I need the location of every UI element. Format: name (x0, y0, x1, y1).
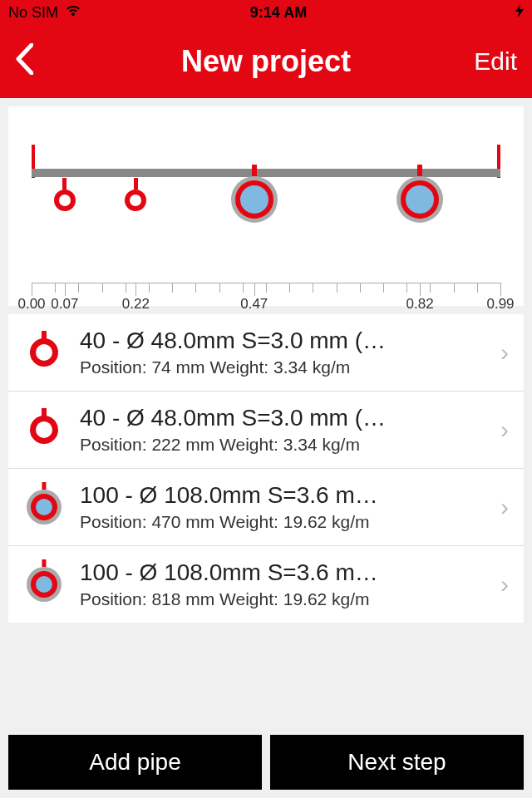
bottom-bar: Add pipe Next step (0, 727, 532, 798)
pipe-row-title: 100 - Ø 108.0mm S=3.6 m… (80, 559, 492, 586)
axis-tick-major (65, 283, 66, 296)
axis-tick-label: 0.00 (17, 296, 45, 313)
axis-tick (383, 283, 384, 293)
axis-tick-major (500, 283, 501, 296)
pipe-ring (235, 180, 273, 219)
pipe-row[interactable]: 100 - Ø 108.0mm S=3.6 m…Position: 818 mm… (8, 546, 524, 623)
next-step-button[interactable]: Next step (270, 735, 524, 790)
battery-icon (475, 4, 509, 22)
pipe-row-text: 40 - Ø 48.0mm S=3.0 mm (…Position: 222 m… (80, 405, 492, 455)
pipe-small-icon (23, 338, 65, 367)
pipe-row[interactable]: 40 - Ø 48.0mm S=3.0 mm (…Position: 74 mm… (8, 314, 524, 392)
pipe-row-title: 40 - Ø 48.0mm S=3.0 mm (… (80, 405, 492, 431)
axis-tick (219, 283, 220, 293)
pipe-stem (417, 165, 422, 176)
pipe-marker[interactable] (125, 178, 146, 211)
axis-tick-major (32, 283, 32, 296)
wifi-icon (65, 4, 81, 22)
pipe-stem (134, 178, 138, 190)
axis-tick-label: 0.22 (122, 296, 150, 313)
pipe-marker[interactable] (231, 165, 278, 223)
axis-tick-label: 0.99 (486, 296, 514, 313)
pipe-row-subtitle: Position: 470 mm Weight: 19.62 kg/m (80, 512, 492, 532)
pipe-ring-outer (397, 176, 443, 223)
axis-tick (430, 283, 431, 293)
charging-icon (515, 4, 524, 22)
pipe-row[interactable]: 100 - Ø 108.0mm S=3.6 m…Position: 470 mm… (8, 469, 524, 546)
pipe-large-icon (23, 567, 65, 602)
axis-tick-major (420, 283, 421, 296)
pipe-row[interactable]: 40 - Ø 48.0mm S=3.0 mm (…Position: 222 m… (8, 392, 524, 469)
pipe-row-text: 100 - Ø 108.0mm S=3.6 m…Position: 470 mm… (80, 482, 492, 532)
page-title: New project (0, 44, 532, 79)
axis-tick (360, 283, 361, 293)
axis-tick (78, 283, 79, 293)
pipe-marker[interactable] (54, 178, 76, 211)
add-pipe-button[interactable]: Add pipe (8, 735, 262, 790)
pipe-row-subtitle: Position: 818 mm Weight: 19.62 kg/m (80, 589, 492, 609)
pipe-stem (252, 165, 257, 176)
navbar: New project Edit (0, 25, 532, 98)
edit-button[interactable]: Edit (474, 47, 517, 76)
axis-tick (406, 283, 407, 293)
pipe-row-subtitle: Position: 74 mm Weight: 3.34 kg/m (80, 357, 492, 377)
pipe-large-icon (23, 490, 65, 525)
pipe-row-title: 100 - Ø 108.0mm S=3.6 m… (80, 482, 492, 509)
pipe-row-text: 100 - Ø 108.0mm S=3.6 m…Position: 818 mm… (80, 559, 492, 609)
clock-label: 9:14 AM (250, 4, 307, 22)
axis-tick (313, 283, 313, 293)
svg-rect-1 (477, 7, 481, 15)
pipe-ring-outer (231, 176, 278, 223)
status-bar: No SIM 9:14 AM (0, 0, 532, 25)
axis-tick (149, 283, 150, 293)
axis-tick-label: 0.07 (51, 296, 78, 313)
axis-tick (102, 283, 103, 293)
pipe-row-subtitle: Position: 222 mm Weight: 3.34 kg/m (80, 435, 492, 455)
pipe-ring (54, 190, 76, 211)
pipe-stem (62, 178, 66, 190)
axis-tick (243, 283, 244, 293)
axis-tick (55, 283, 56, 293)
axis-tick (289, 283, 290, 293)
axis-tick-major (254, 283, 255, 296)
pipe-small-icon (23, 416, 65, 444)
axis-tick (477, 283, 478, 293)
back-button[interactable] (15, 43, 33, 81)
axis-tick (337, 283, 337, 293)
svg-rect-2 (503, 8, 505, 13)
axis-tick (266, 283, 267, 293)
chevron-right-icon: › (500, 338, 509, 367)
axis-tick-major (135, 283, 136, 296)
axis-tick-label: 0.82 (406, 296, 434, 313)
pipe-marker[interactable] (397, 165, 443, 223)
pipe-list: 40 - Ø 48.0mm S=3.0 mm (…Position: 74 mm… (8, 314, 524, 623)
chevron-right-icon: › (500, 570, 509, 598)
pipe-row-title: 40 - Ø 48.0mm S=3.0 mm (… (80, 328, 492, 354)
pipe-ring (125, 190, 146, 211)
chevron-right-icon: › (500, 493, 509, 521)
chevron-right-icon: › (500, 416, 509, 444)
axis-tick-label: 0.47 (240, 296, 268, 313)
axis-tick (454, 283, 455, 293)
pipe-ring (401, 180, 439, 219)
axis-tick (172, 283, 173, 293)
pipe-position-chart: 0.000.070.220.470.820.99 (8, 106, 524, 306)
pipe-row-text: 40 - Ø 48.0mm S=3.0 mm (…Position: 74 mm… (80, 328, 492, 377)
axis-tick (195, 283, 196, 293)
carrier-label: No SIM (8, 4, 58, 22)
axis-tick (126, 283, 126, 293)
